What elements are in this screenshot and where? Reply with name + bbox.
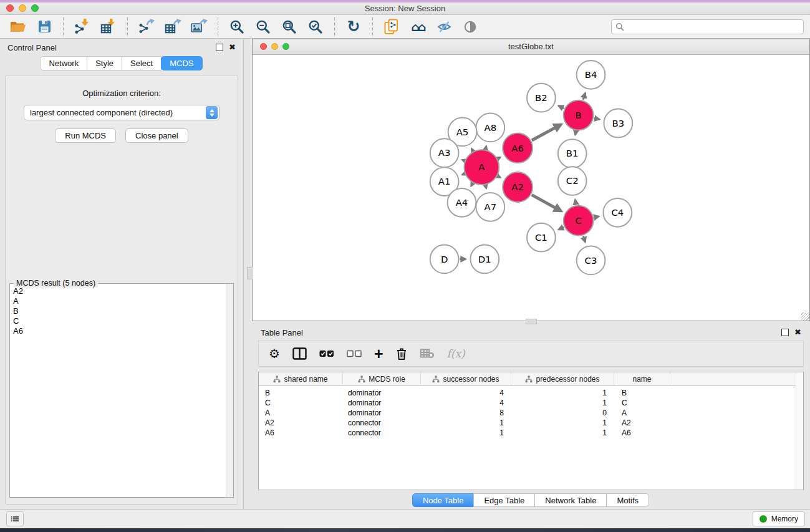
show-graphics-details-icon[interactable]	[458, 17, 482, 37]
float-panel-icon[interactable]	[216, 44, 223, 51]
zoom-in-icon[interactable]	[225, 17, 249, 37]
column-header-MCDS-role[interactable]: MCDS role	[343, 372, 421, 386]
table-cell[interactable]: 8	[421, 408, 511, 418]
close-window-button[interactable]	[6, 4, 14, 12]
network-view-titlebar[interactable]: testGlobe.txt	[253, 39, 809, 55]
table-scrollbar[interactable]	[796, 372, 803, 490]
column-header-successor-nodes[interactable]: successor nodes	[421, 372, 511, 386]
edge-A-A7[interactable]	[486, 185, 486, 188]
edge-B-B4[interactable]	[583, 93, 585, 99]
export-network-icon[interactable]	[135, 17, 158, 37]
edge-B-B3[interactable]	[594, 118, 599, 120]
table-cell[interactable]: 1	[511, 428, 614, 438]
split-divider-handle-horizontal[interactable]	[526, 319, 537, 324]
tab-network-table[interactable]: Network Table	[534, 493, 607, 507]
table-cell[interactable]: B	[259, 388, 343, 398]
table-cell[interactable]: B	[614, 388, 670, 398]
network-graph[interactable]: B4B2BB3A8A5A6A3B1AC2A1A2A4A7C4CC1C3DD1	[253, 55, 809, 321]
edge-A-A4[interactable]	[471, 183, 473, 186]
table-cell[interactable]: dominator	[343, 388, 421, 398]
search-box[interactable]	[611, 19, 804, 34]
table-cell[interactable]: dominator	[343, 408, 421, 418]
delete-row-icon[interactable]	[396, 344, 407, 363]
tab-motifs[interactable]: Motifs	[606, 493, 649, 507]
result-item[interactable]: C	[13, 316, 224, 326]
node-A8[interactable]: A8	[476, 114, 504, 142]
node-C2[interactable]: C2	[558, 167, 587, 195]
node-C[interactable]: C	[564, 206, 594, 236]
node-B1[interactable]: B1	[558, 139, 587, 168]
memory-button[interactable]: Memory	[753, 511, 805, 526]
column-header-predecessor-nodes[interactable]: predecessor nodes	[511, 372, 614, 386]
table-cell[interactable]: A2	[259, 418, 343, 428]
table-cell[interactable]: 1	[511, 388, 614, 398]
network-minimize-button[interactable]	[271, 43, 278, 50]
edge-B-B2[interactable]	[559, 106, 564, 109]
zoom-window-button[interactable]	[31, 4, 39, 12]
houses-icon[interactable]: ⌂⌂	[406, 17, 430, 37]
zoom-out-icon[interactable]	[251, 17, 275, 37]
import-table-icon[interactable]	[97, 17, 120, 37]
edge-A6-B[interactable]	[532, 125, 561, 140]
node-C4[interactable]: C4	[603, 198, 632, 227]
tab-style[interactable]: Style	[87, 56, 122, 70]
column-header-shared-name[interactable]: shared name	[259, 372, 343, 386]
task-history-button[interactable]	[6, 511, 24, 526]
tab-mcds[interactable]: MCDS	[161, 56, 202, 70]
criterion-dropdown[interactable]: largest connected component (directed)	[24, 105, 219, 120]
table-cell[interactable]: C	[614, 398, 670, 408]
result-item[interactable]: B	[13, 306, 224, 316]
table-cell[interactable]: dominator	[343, 398, 421, 408]
edge-C-C3[interactable]	[583, 236, 585, 242]
edge-C-C2[interactable]	[575, 200, 576, 205]
edge-A2-C[interactable]	[532, 195, 561, 211]
float-table-panel-icon[interactable]	[781, 329, 789, 336]
table-cell[interactable]: 4	[421, 398, 511, 408]
export-image-icon[interactable]	[187, 17, 211, 37]
result-scrollbar[interactable]	[226, 284, 233, 497]
close-panel-icon[interactable]: ✖	[229, 44, 236, 51]
node-B3[interactable]: B3	[604, 109, 632, 138]
table-cell[interactable]: 0	[511, 408, 614, 418]
tab-node-table[interactable]: Node Table	[412, 493, 475, 507]
edge-A-A5[interactable]	[471, 148, 473, 150]
edge-A-A1[interactable]	[462, 174, 464, 175]
clone-network-icon[interactable]	[380, 17, 403, 37]
result-item[interactable]: A6	[13, 326, 224, 336]
edge-A-A8[interactable]	[486, 147, 486, 149]
table-cell[interactable]: A6	[614, 428, 670, 438]
node-A2[interactable]: A2	[503, 172, 533, 202]
table-cell[interactable]: 1	[511, 398, 614, 408]
add-row-icon[interactable]: +	[374, 344, 383, 363]
network-close-button[interactable]	[260, 43, 267, 50]
table-cell[interactable]: C	[259, 398, 343, 408]
save-session-icon[interactable]	[32, 17, 56, 37]
node-C3[interactable]: C3	[577, 246, 605, 275]
table-cell[interactable]: 1	[421, 428, 511, 438]
node-A3[interactable]: A3	[430, 138, 459, 167]
node-D[interactable]: D	[430, 245, 459, 274]
node-C1[interactable]: C1	[527, 223, 556, 252]
export-table-icon[interactable]	[161, 17, 185, 37]
table-cell[interactable]: A2	[614, 418, 670, 428]
edge-B-B1[interactable]	[576, 131, 576, 135]
tab-select[interactable]: Select	[122, 56, 162, 70]
network-canvas[interactable]: B4B2BB3A8A5A6A3B1AC2A1A2A4A7C4CC1C3DD1	[253, 55, 809, 321]
result-item[interactable]: A	[13, 296, 224, 306]
show-columns-icon[interactable]	[292, 344, 307, 363]
result-item[interactable]: A2	[13, 286, 224, 296]
table-cell[interactable]: connector	[343, 428, 421, 438]
network-zoom-button[interactable]	[282, 43, 289, 50]
node-A[interactable]: A	[465, 150, 499, 185]
zoom-fit-icon[interactable]	[277, 17, 301, 37]
node-A6[interactable]: A6	[503, 133, 533, 163]
close-table-panel-icon[interactable]: ✖	[794, 329, 801, 336]
table-cell[interactable]: A6	[259, 428, 343, 438]
table-cell[interactable]: 1	[511, 418, 614, 428]
table-cell[interactable]: connector	[343, 418, 421, 428]
minimize-window-button[interactable]	[19, 4, 26, 12]
close-panel-button[interactable]: Close panel	[125, 128, 188, 143]
edge-A-A6[interactable]	[498, 157, 500, 158]
edge-C-C4[interactable]	[594, 216, 599, 217]
node-D1[interactable]: D1	[470, 245, 499, 274]
